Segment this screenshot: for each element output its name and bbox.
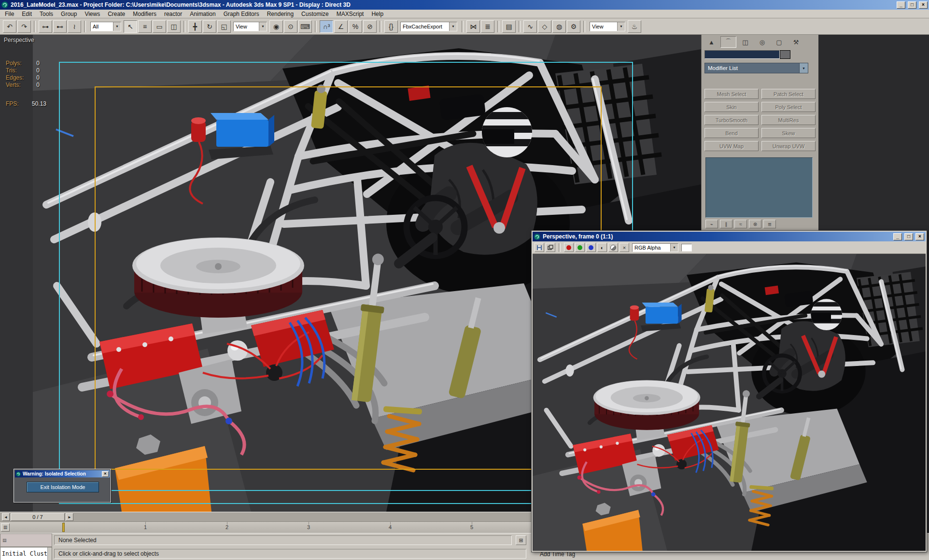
bind-to-space-warp-button[interactable]: ≀ [68, 20, 81, 33]
menu-tools[interactable]: Tools [36, 10, 57, 18]
modifier-button-skew[interactable]: Skew [761, 128, 816, 138]
tab-hierarchy[interactable]: ◫ [737, 36, 753, 48]
quick-render-button[interactable]: ♨ [628, 20, 641, 33]
modifier-list-dropdown[interactable]: Modifier List ▼ [704, 63, 808, 73]
save-bitmap-button[interactable] [535, 243, 544, 252]
red-channel-button[interactable] [564, 243, 574, 252]
material-editor-button[interactable]: ◍ [552, 20, 566, 33]
modifier-button-poly-select[interactable]: Poly Select [761, 102, 816, 112]
green-channel-button[interactable] [575, 243, 585, 252]
render-close-button[interactable]: × [915, 233, 924, 240]
transform-typein-toggle[interactable]: ⊞ [516, 535, 526, 545]
modifier-button-mesh-select[interactable]: Mesh Select [704, 89, 759, 99]
percent-snap-toggle-button[interactable]: % [349, 20, 362, 33]
menu-help[interactable]: Help [367, 10, 387, 18]
mirror-button[interactable]: ⋈ [466, 20, 480, 33]
modifier-button-multires[interactable]: MultiRes [761, 115, 816, 125]
close-button[interactable]: × [919, 1, 928, 9]
modifier-button-skin[interactable]: Skin [704, 102, 759, 112]
menu-file[interactable]: File [1, 10, 18, 18]
tab-motion[interactable]: ◎ [754, 36, 770, 48]
pin-stack-button[interactable]: ⌁ [705, 220, 718, 228]
snaps-toggle-3d-button[interactable]: ∩³ [320, 20, 333, 33]
object-name-field[interactable] [704, 50, 780, 59]
time-step-forward-button[interactable]: ► [66, 513, 73, 521]
menu-edit[interactable]: Edit [18, 10, 36, 18]
reference-coordinate-system-dropdown-arrow[interactable]: ▼ [259, 22, 267, 31]
select-and-move-button[interactable]: ╋ [188, 20, 202, 33]
unlink-selection-button[interactable]: ⊷ [53, 20, 67, 33]
alpha-channel-button[interactable] [608, 243, 618, 252]
viewport-label[interactable]: Perspective [4, 37, 34, 43]
menu-rendering[interactable]: Rendering [263, 10, 297, 18]
maximize-button[interactable]: □ [908, 1, 916, 9]
keyboard-shortcut-override-button[interactable]: ⌨ [298, 20, 312, 33]
channel-display-arrow[interactable]: ▼ [670, 244, 678, 252]
selection-filter-dropdown-arrow[interactable]: ▼ [113, 22, 121, 31]
remove-modifier-button[interactable]: ⊗ [749, 220, 761, 228]
object-color-swatch[interactable] [780, 50, 790, 59]
macro-recorder-strip[interactable]: ▤ [0, 533, 52, 547]
menu-animation[interactable]: Animation [186, 10, 219, 18]
menu-customize[interactable]: Customize [297, 10, 333, 18]
dialog-close-button[interactable]: × [102, 471, 109, 477]
modifier-button-unwrap-uvw[interactable]: Unwrap UVW [761, 141, 816, 151]
render-maximize-button[interactable]: □ [904, 233, 913, 240]
render-type-dropdown[interactable]: View▼ [590, 22, 625, 31]
listener-scrollbar[interactable] [47, 547, 52, 560]
menu-create[interactable]: Create [104, 10, 129, 18]
time-slider-handle[interactable]: 0 / 7 [11, 513, 65, 521]
render-setup-button[interactable]: ⚙ [567, 20, 580, 33]
clone-frame-button[interactable] [546, 243, 555, 252]
time-step-back-button[interactable]: ◄ [2, 513, 10, 521]
maxscript-mini-listener[interactable]: Initial Clust [0, 547, 52, 560]
background-color-swatch[interactable] [681, 244, 692, 252]
curve-editor-button[interactable]: ∿ [523, 20, 537, 33]
select-and-manipulate-button[interactable]: ⊙ [284, 20, 297, 33]
menu-views[interactable]: Views [81, 10, 104, 18]
select-and-link-button[interactable]: ⊶ [39, 20, 52, 33]
make-unique-button[interactable]: ≈ [734, 220, 747, 228]
menu-modifiers[interactable]: Modifiers [129, 10, 160, 18]
modifier-list-arrow-icon[interactable]: ▼ [799, 63, 808, 73]
select-by-name-button[interactable]: ≡ [138, 20, 152, 33]
select-and-rotate-button[interactable]: ↻ [203, 20, 216, 33]
rectangular-selection-region-button[interactable]: ▭ [153, 20, 166, 33]
show-end-result-button[interactable]: ∥ [720, 220, 732, 228]
blue-channel-button[interactable] [586, 243, 596, 252]
tab-create[interactable]: ▲ [704, 36, 719, 48]
render-minimize-button[interactable]: _ [893, 233, 902, 240]
tab-utilities[interactable]: ⚒ [788, 36, 804, 48]
modifier-button-patch-select[interactable]: Patch Select [761, 89, 816, 99]
channel-display-dropdown[interactable]: RGB Alpha ▼ [632, 243, 678, 252]
spinner-snap-toggle-button[interactable]: ⊘ [363, 20, 377, 33]
schematic-view-button[interactable]: ◇ [538, 20, 551, 33]
render-type-dropdown-arrow[interactable]: ▼ [617, 22, 625, 31]
tab-modify[interactable]: ⌒ [720, 36, 736, 48]
named-selection-sets-dropdown-arrow[interactable]: ▼ [449, 22, 457, 31]
clear-frame-button[interactable]: × [619, 243, 629, 252]
current-frame-marker[interactable] [62, 523, 65, 532]
layer-manager-button[interactable]: ▤ [502, 20, 516, 33]
menu-group[interactable]: Group [57, 10, 81, 18]
modifier-stack-list[interactable] [705, 157, 813, 218]
menu-graph-editors[interactable]: Graph Editors [220, 10, 263, 18]
redo-button[interactable]: ↷ [17, 20, 31, 33]
menu-reactor[interactable]: reactor [160, 10, 186, 18]
edit-named-selection-sets-button[interactable]: {} [384, 20, 398, 33]
modifier-button-bend[interactable]: Bend [704, 128, 759, 138]
selection-filter-dropdown[interactable]: All▼ [90, 22, 121, 31]
mini-track-icon[interactable]: ▥ [1, 523, 10, 532]
window-crossing-button[interactable]: ◫ [167, 20, 181, 33]
select-object-button[interactable]: ↖ [124, 20, 137, 33]
modifier-button-turbosmooth[interactable]: TurboSmooth [704, 115, 759, 125]
named-selection-sets-dropdown[interactable]: FbxCacheExport▼ [400, 22, 457, 31]
modifier-button-uvw-map[interactable]: UVW Map [704, 141, 759, 151]
configure-modifier-sets-button[interactable]: ≣ [763, 220, 776, 228]
monochrome-button[interactable]: ◐ [597, 243, 607, 252]
align-button[interactable]: ≣ [481, 20, 494, 33]
minimize-button[interactable]: _ [897, 1, 905, 9]
select-and-scale-button[interactable]: ◱ [217, 20, 231, 33]
tab-display[interactable]: ▢ [771, 36, 787, 48]
undo-button[interactable]: ↶ [3, 20, 16, 33]
